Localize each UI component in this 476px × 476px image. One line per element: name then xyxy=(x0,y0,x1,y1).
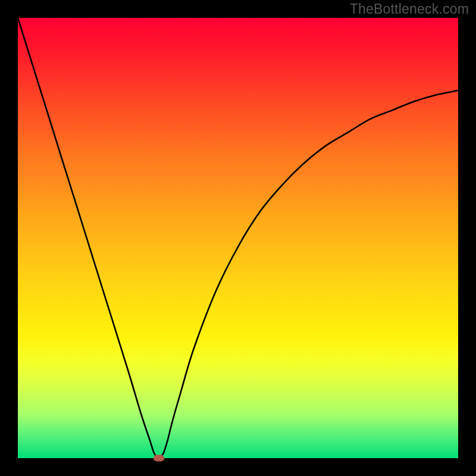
optimal-point-marker xyxy=(154,455,164,462)
chart-frame: TheBottleneck.com xyxy=(0,0,476,476)
bottleneck-curve xyxy=(18,18,458,458)
plot-area xyxy=(18,18,458,458)
watermark-text: TheBottleneck.com xyxy=(350,1,469,17)
